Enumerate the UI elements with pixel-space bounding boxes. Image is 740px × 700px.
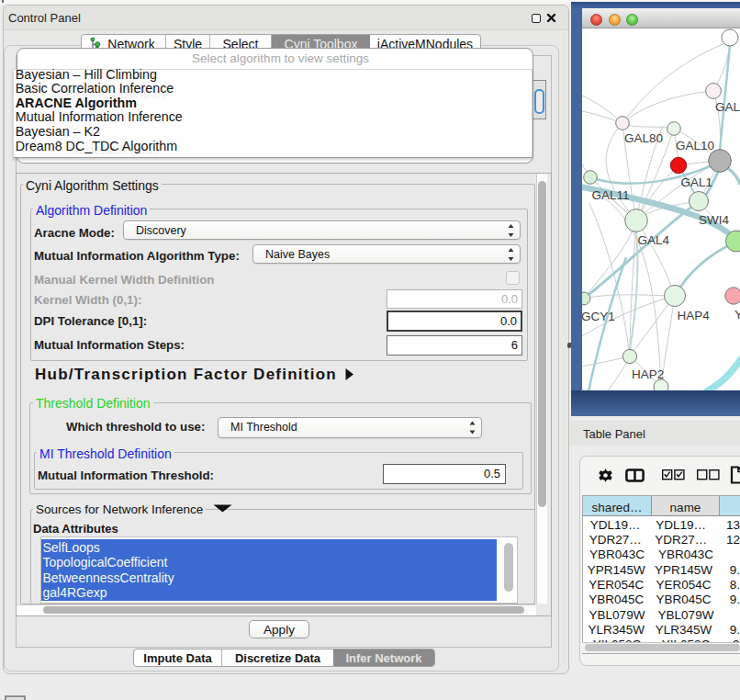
svg-text:GAL10: GAL10 (676, 139, 714, 152)
svg-text:GAL1: GAL1 (681, 175, 713, 189)
svg-text:GCY1: GCY1 (582, 310, 615, 323)
svg-text:GAL80: GAL80 (624, 131, 663, 145)
svg-text:HAP2: HAP2 (632, 367, 664, 381)
svg-text:HAP4: HAP4 (678, 309, 711, 322)
svg-text:GAL11: GAL11 (592, 188, 630, 202)
svg-text:GAL7: GAL7 (715, 100, 740, 114)
svg-text:SWI4: SWI4 (699, 213, 729, 227)
svg-text:Y: Y (734, 308, 740, 322)
svg-text:GAL4: GAL4 (638, 233, 670, 247)
